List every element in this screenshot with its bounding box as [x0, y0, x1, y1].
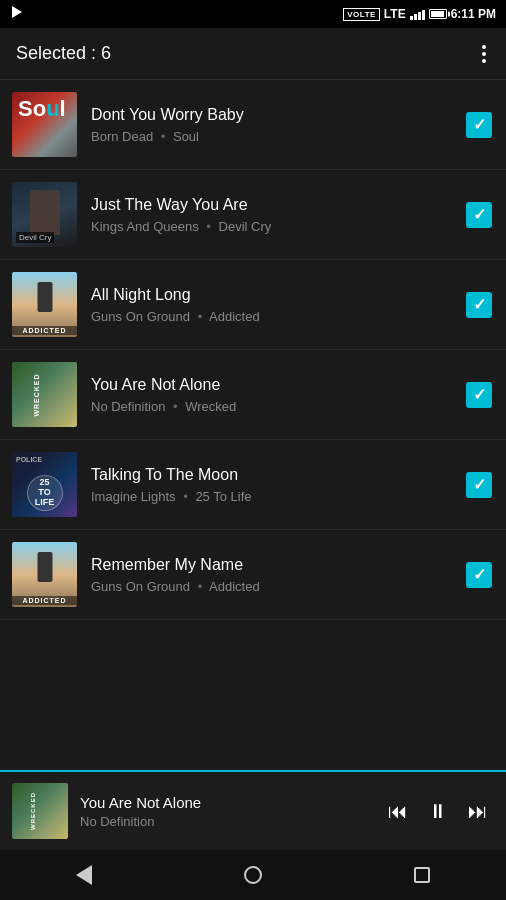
song-checkbox[interactable]: ✓: [464, 290, 494, 320]
song-artist: Guns On Ground: [91, 309, 190, 324]
song-album: Soul: [173, 129, 199, 144]
song-album: 25 To Life: [195, 489, 251, 504]
signal-bars: [410, 8, 425, 20]
song-title: Dont You Worry Baby: [91, 106, 454, 124]
song-checkbox[interactable]: ✓: [464, 200, 494, 230]
now-playing-title: You Are Not Alone: [80, 794, 382, 811]
song-title: You Are Not Alone: [91, 376, 454, 394]
song-title: Remember My Name: [91, 556, 454, 574]
status-icons: VOLTE LTE 6:11 PM: [343, 7, 496, 21]
now-playing-bar: WRECKED You Are Not Alone No Definition …: [0, 770, 506, 850]
song-info: Remember My Name Guns On Ground • Addict…: [91, 556, 454, 594]
status-time: 6:11 PM: [451, 7, 496, 21]
list-item[interactable]: Soul Dont You Worry Baby Born Dead • Sou…: [0, 80, 506, 170]
song-album: Devil Cry: [219, 219, 272, 234]
now-playing-art: WRECKED: [12, 783, 68, 839]
song-meta: Imagine Lights • 25 To Life: [91, 489, 454, 504]
song-title: Talking To The Moon: [91, 466, 454, 484]
album-art: Soul: [12, 92, 77, 157]
song-album: Wrecked: [185, 399, 236, 414]
song-checkbox[interactable]: ✓: [464, 110, 494, 140]
song-info: Just The Way You Are Kings And Queens • …: [91, 196, 454, 234]
list-item[interactable]: ADDICTED Remember My Name Guns On Ground…: [0, 530, 506, 620]
song-title: All Night Long: [91, 286, 454, 304]
song-artist: No Definition: [91, 399, 165, 414]
song-list: Soul Dont You Worry Baby Born Dead • Sou…: [0, 80, 506, 770]
song-artist: Imagine Lights: [91, 489, 176, 504]
song-checkbox[interactable]: ✓: [464, 470, 494, 500]
album-art: ADDICTED: [12, 542, 77, 607]
song-title: Just The Way You Are: [91, 196, 454, 214]
status-bar: VOLTE LTE 6:11 PM: [0, 0, 506, 28]
album-art: POLICE 25TOLIFE: [12, 452, 77, 517]
nav-recents-button[interactable]: [397, 850, 447, 900]
battery-icon: [429, 9, 447, 19]
lte-indicator: LTE: [384, 7, 406, 21]
song-artist: Born Dead: [91, 129, 153, 144]
volte-badge: VOLTE: [343, 8, 380, 21]
pause-button[interactable]: ⏸: [422, 795, 454, 827]
song-meta: No Definition • Wrecked: [91, 399, 454, 414]
album-art: WRECKED: [12, 362, 77, 427]
album-art: Devil Cry: [12, 182, 77, 247]
song-info: Dont You Worry Baby Born Dead • Soul: [91, 106, 454, 144]
song-meta: Guns On Ground • Addicted: [91, 309, 454, 324]
list-item[interactable]: Devil Cry Just The Way You Are Kings And…: [0, 170, 506, 260]
list-item[interactable]: ADDICTED All Night Long Guns On Ground •…: [0, 260, 506, 350]
now-playing-info: You Are Not Alone No Definition: [80, 794, 382, 829]
nav-bar: [0, 850, 506, 900]
song-checkbox[interactable]: ✓: [464, 380, 494, 410]
nav-home-button[interactable]: [228, 850, 278, 900]
play-indicator: [12, 4, 22, 22]
song-info: You Are Not Alone No Definition • Wrecke…: [91, 376, 454, 414]
nav-back-button[interactable]: [59, 850, 109, 900]
list-item[interactable]: POLICE 25TOLIFE Talking To The Moon Imag…: [0, 440, 506, 530]
list-item[interactable]: WRECKED You Are Not Alone No Definition …: [0, 350, 506, 440]
song-meta: Born Dead • Soul: [91, 129, 454, 144]
song-info: All Night Long Guns On Ground • Addicted: [91, 286, 454, 324]
play-status-icon: [12, 6, 22, 18]
player-controls: ⏮ ⏸ ⏭: [382, 795, 494, 827]
now-playing-artist: No Definition: [80, 814, 382, 829]
song-artist: Kings And Queens: [91, 219, 199, 234]
song-meta: Guns On Ground • Addicted: [91, 579, 454, 594]
rewind-button[interactable]: ⏮: [382, 795, 414, 827]
more-options-button[interactable]: [478, 41, 490, 67]
header: Selected : 6: [0, 28, 506, 80]
song-artist: Guns On Ground: [91, 579, 190, 594]
song-meta: Kings And Queens • Devil Cry: [91, 219, 454, 234]
album-art: ADDICTED: [12, 272, 77, 337]
selection-count: Selected : 6: [16, 43, 111, 64]
song-album: Addicted: [209, 579, 260, 594]
song-checkbox[interactable]: ✓: [464, 560, 494, 590]
song-album: Addicted: [209, 309, 260, 324]
song-info: Talking To The Moon Imagine Lights • 25 …: [91, 466, 454, 504]
forward-button[interactable]: ⏭: [462, 795, 494, 827]
